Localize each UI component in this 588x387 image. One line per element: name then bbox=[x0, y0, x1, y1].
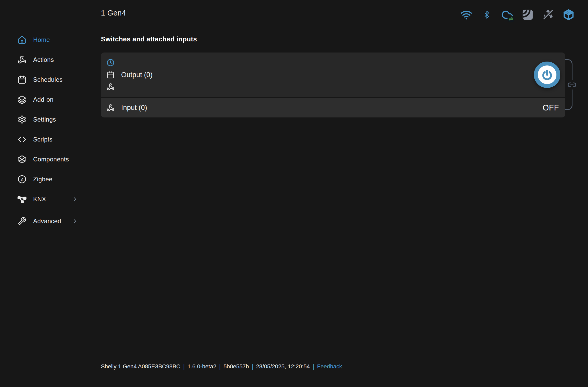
sidebar-item-knx[interactable]: KNX bbox=[0, 189, 85, 209]
gear-icon bbox=[17, 115, 27, 124]
footer-firmware-version: 1.6.0-beta2 bbox=[188, 363, 216, 370]
shelly-device-page: { "header": { "device_title": "1 Gen4", … bbox=[0, 0, 588, 387]
power-icon bbox=[541, 69, 553, 81]
input-row-label: Input (0) bbox=[121, 104, 147, 112]
footer-separator: | bbox=[183, 363, 185, 370]
chevron-right-icon bbox=[72, 196, 78, 202]
footer: Shelly 1 Gen4 A085E3BC98BC | 1.6.0-beta2… bbox=[101, 363, 342, 370]
feedback-link[interactable]: Feedback bbox=[317, 363, 342, 370]
switches-card: Output (0) Input (0) OFF bbox=[101, 53, 565, 117]
footer-separator: | bbox=[313, 363, 314, 370]
zigbee-icon: Z bbox=[17, 175, 27, 184]
link-icon bbox=[567, 80, 577, 90]
footer-device-id: Shelly 1 Gen4 A085E3BC98BC bbox=[101, 363, 180, 370]
cube-wireframe-icon bbox=[17, 155, 27, 164]
layers-icon bbox=[17, 95, 27, 104]
calendar-icon bbox=[17, 75, 27, 84]
sidebar-item-label: Scripts bbox=[33, 136, 53, 143]
sidebar-item-label: Home bbox=[33, 36, 50, 43]
sidebar-item-label: Settings bbox=[33, 116, 56, 123]
sidebar-item-label: Add-on bbox=[33, 96, 54, 103]
package-icon bbox=[563, 8, 575, 21]
sidebar-item-label: Components bbox=[33, 156, 69, 163]
status-icon-bar: ⇄ bbox=[460, 8, 575, 21]
sidebar-item-schedules[interactable]: Schedules bbox=[0, 70, 85, 90]
sidebar-item-label: Schedules bbox=[33, 76, 63, 83]
sidebar-item-advanced[interactable]: Advanced bbox=[0, 211, 85, 231]
home-icon bbox=[17, 35, 27, 44]
page-title: 1 Gen4 bbox=[101, 9, 126, 17]
row-divider-line bbox=[117, 57, 117, 93]
wifi-icon bbox=[460, 8, 472, 21]
sidebar-item-scripts[interactable]: Scripts bbox=[0, 129, 85, 149]
sidebar-item-label: KNX bbox=[33, 196, 46, 203]
sidebar-item-zigbee[interactable]: Z Zigbee bbox=[0, 169, 85, 189]
wrench-icon bbox=[17, 217, 27, 226]
sidebar-item-home[interactable]: Home bbox=[0, 30, 85, 50]
sync-arrows-badge: ⇄ bbox=[508, 16, 514, 22]
sidebar-item-label: Zigbee bbox=[33, 176, 53, 183]
webhook-icon bbox=[107, 83, 114, 91]
svg-text:Z: Z bbox=[20, 176, 24, 182]
footer-datetime: 28/05/2025, 12:20:54 bbox=[256, 363, 310, 370]
input-row[interactable]: Input (0) OFF bbox=[101, 98, 565, 117]
input-status-badge: OFF bbox=[543, 103, 559, 113]
row-divider-line bbox=[117, 102, 117, 114]
footer-separator: | bbox=[252, 363, 253, 370]
sidebar-item-components[interactable]: Components bbox=[0, 149, 85, 169]
link-bracket-bottom bbox=[565, 90, 572, 110]
chevron-right-icon bbox=[72, 218, 78, 224]
sidebar-item-actions[interactable]: Actions bbox=[0, 50, 85, 70]
timer-icon bbox=[107, 59, 114, 66]
matter-disabled-icon bbox=[542, 8, 554, 21]
power-toggle-button[interactable] bbox=[534, 62, 560, 88]
sidebar-item-settings[interactable]: Settings bbox=[0, 109, 85, 129]
sidebar-item-label: Advanced bbox=[33, 218, 61, 225]
footer-separator: | bbox=[219, 363, 221, 370]
link-bracket-top bbox=[565, 59, 572, 80]
output-row-icons bbox=[104, 59, 117, 91]
knx-network-icon bbox=[17, 195, 27, 204]
sidebar-item-addon[interactable]: Add-on bbox=[0, 90, 85, 109]
mqtt-icon bbox=[522, 8, 534, 21]
bluetooth-icon bbox=[481, 8, 493, 21]
output-row[interactable]: Output (0) bbox=[101, 53, 565, 97]
sidebar-item-label: Actions bbox=[33, 56, 54, 63]
input-row-icons bbox=[104, 104, 117, 112]
section-heading: Switches and attached inputs bbox=[101, 35, 197, 43]
sidebar-nav: Home Actions Schedules Add-on bbox=[0, 30, 85, 231]
schedule-icon bbox=[107, 71, 114, 79]
webhook-icon bbox=[107, 104, 114, 112]
cloud-sync-icon: ⇄ bbox=[501, 8, 513, 21]
footer-build-hash: 5b0e557b bbox=[224, 363, 249, 370]
output-row-label: Output (0) bbox=[121, 71, 153, 79]
webhook-icon bbox=[17, 55, 27, 64]
code-icon bbox=[17, 135, 27, 144]
